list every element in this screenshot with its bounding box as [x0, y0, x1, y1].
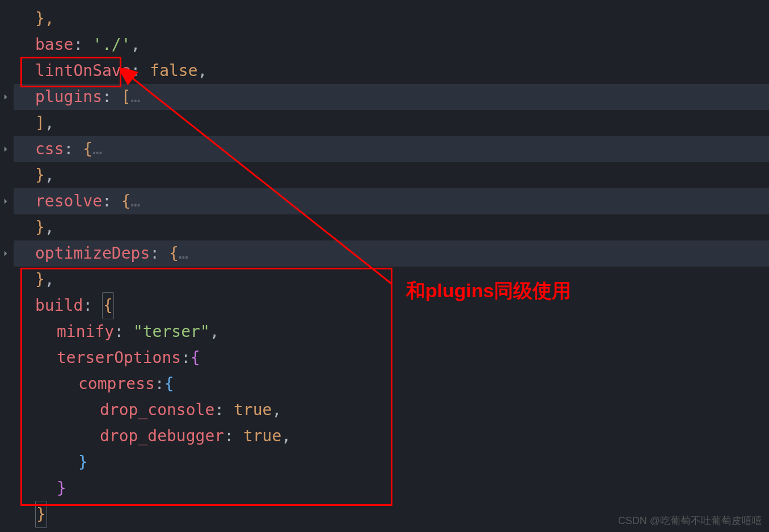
watermark: CSDN @吃葡萄不吐葡萄皮嘻嘻: [618, 514, 762, 527]
code-line: },: [14, 6, 769, 32]
chevron-right-icon[interactable]: [1, 249, 10, 258]
code-line: },: [14, 162, 769, 188]
code-line: lintOnSave: false,: [14, 58, 769, 84]
code-line: ],: [14, 110, 769, 136]
chevron-right-icon[interactable]: [1, 92, 10, 102]
code-line: build: {: [14, 293, 769, 319]
code-line: minify: "terser",: [14, 319, 769, 345]
code-line: drop_console: true,: [14, 397, 769, 423]
code-line-folded[interactable]: plugins: […: [14, 84, 769, 110]
code-line-folded[interactable]: css: {…: [14, 136, 769, 162]
code-line: }: [14, 475, 769, 501]
code-line-folded[interactable]: resolve: {…: [14, 188, 769, 214]
code-line: },: [14, 214, 769, 240]
code-line: base: './',: [14, 32, 769, 58]
code-line-folded[interactable]: optimizeDeps: {…: [14, 240, 769, 267]
code-line: }: [14, 449, 769, 475]
code-line: },: [14, 267, 769, 293]
code-editor[interactable]: }, base: './', lintOnSave: false, plugin…: [0, 0, 769, 527]
chevron-right-icon[interactable]: [1, 197, 10, 206]
code-line: compress:{: [14, 371, 769, 397]
code-line: terserOptions:{: [14, 345, 769, 371]
code-line: drop_debugger: true,: [14, 423, 769, 449]
annotation-text: 和plugins同级使用: [406, 278, 571, 304]
chevron-right-icon[interactable]: [1, 145, 10, 154]
